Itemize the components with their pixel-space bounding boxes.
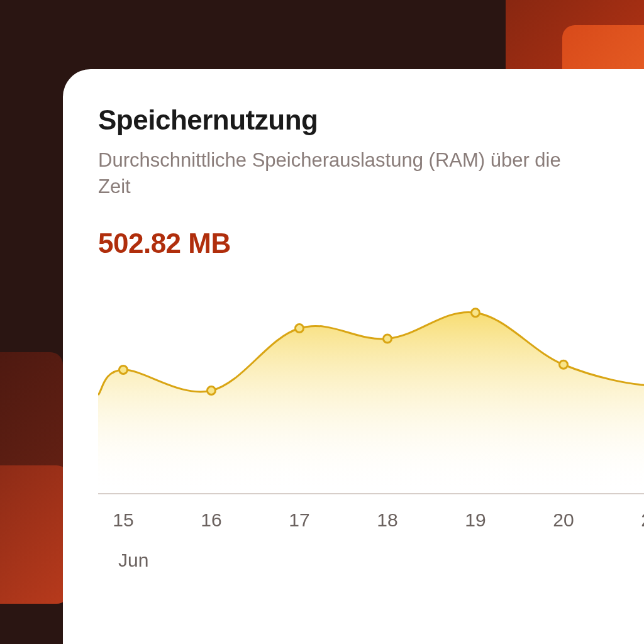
current-metric: 502.82 MB <box>98 228 644 259</box>
x-tick-label: 20 <box>545 509 582 531</box>
card-subtitle: Durchschnittliche Speicherauslastung (RA… <box>98 147 576 200</box>
data-point <box>296 324 304 332</box>
x-tick-label: 15 <box>104 509 142 531</box>
data-point <box>119 365 128 374</box>
x-axis-labels: 15161718192021 <box>98 509 644 532</box>
data-point <box>384 335 392 343</box>
x-tick-label: 18 <box>369 509 406 531</box>
x-tick-label: 21 <box>633 509 644 531</box>
x-tick-label: 19 <box>457 509 494 531</box>
data-point <box>472 308 480 316</box>
data-point <box>560 360 568 369</box>
card-title: Speichernutzung <box>98 104 644 136</box>
x-tick-label: 17 <box>280 509 318 531</box>
x-tick-label: 16 <box>192 509 230 531</box>
x-axis-month: Jun <box>118 550 644 571</box>
memory-area-chart <box>98 287 644 494</box>
data-point <box>208 386 216 394</box>
memory-usage-card: Speichernutzung Durchschnittliche Speich… <box>63 69 644 644</box>
